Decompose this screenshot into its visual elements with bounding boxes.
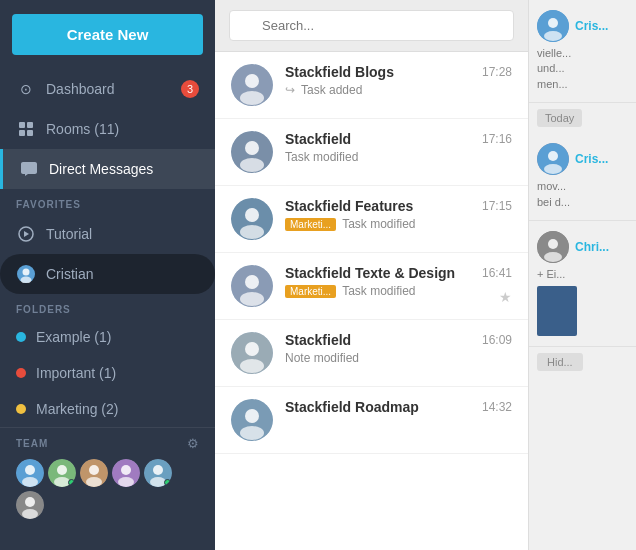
msg-avatar-4 <box>231 265 273 307</box>
svg-point-27 <box>245 74 259 88</box>
svg-point-6 <box>23 269 30 276</box>
message-item-5[interactable]: Stackfield 16:09 Note modified <box>215 320 528 387</box>
msg-title-2: Stackfield <box>285 131 351 147</box>
team-avatars <box>16 459 199 519</box>
search-input[interactable] <box>229 10 514 41</box>
svg-point-18 <box>121 465 131 475</box>
msg-sub-5: Note modified <box>285 351 512 365</box>
svg-point-33 <box>245 208 259 222</box>
hide-button-wrapper: Hid... <box>529 347 636 377</box>
message-item-2[interactable]: Stackfield 17:16 Task modified <box>215 119 528 186</box>
message-item-1[interactable]: Stackfield Blogs 17:28 ↪ Task added <box>215 52 528 119</box>
team-label: TEAM <box>16 438 48 449</box>
sidebar-item-important[interactable]: Important (1) <box>0 355 215 391</box>
sidebar-item-label: Tutorial <box>46 226 92 242</box>
svg-point-16 <box>86 477 102 487</box>
msg-title-4: Stackfield Texte & Design <box>285 265 455 281</box>
folder-dot-example <box>16 332 26 342</box>
team-avatar-1[interactable] <box>16 459 44 487</box>
msg-body-4: Stackfield Texte & Design 16:41 Marketi.… <box>285 265 512 298</box>
msg-body-3: Stackfield Features 17:15 Marketi... Tas… <box>285 198 512 231</box>
team-avatar-4[interactable] <box>112 459 140 487</box>
svg-point-49 <box>544 164 562 174</box>
svg-point-36 <box>245 275 259 289</box>
sidebar-item-direct-messages[interactable]: Direct Messages <box>0 149 215 189</box>
msg-avatar-2 <box>231 131 273 173</box>
msg-title-5: Stackfield <box>285 332 351 348</box>
svg-point-24 <box>25 497 35 507</box>
create-new-button[interactable]: Create New <box>12 14 203 55</box>
svg-point-31 <box>240 158 264 172</box>
right-item-header-2: Cris... <box>537 143 628 175</box>
team-settings-icon[interactable]: ⚙ <box>187 436 199 451</box>
svg-point-45 <box>548 18 558 28</box>
today-badge: Today <box>529 103 636 133</box>
right-name-2: Cris... <box>575 152 608 166</box>
message-item-4[interactable]: Stackfield Texte & Design 16:41 Marketi.… <box>215 253 528 320</box>
msg-avatar-6 <box>231 399 273 441</box>
svg-point-9 <box>25 465 35 475</box>
folder-dot-important <box>16 368 26 378</box>
svg-rect-3 <box>27 130 33 136</box>
sidebar-item-cristian[interactable]: Cristian <box>0 254 215 294</box>
messages-list: Stackfield Blogs 17:28 ↪ Task added Stac… <box>215 52 528 550</box>
message-item-3[interactable]: Stackfield Features 17:15 Marketi... Tas… <box>215 186 528 253</box>
right-avatar-3 <box>537 231 569 263</box>
team-avatar-6[interactable] <box>16 491 44 519</box>
msg-time-2: 17:16 <box>482 132 512 146</box>
right-panel-item-2: Cris... mov... bei d... <box>529 133 636 221</box>
sidebar-item-rooms[interactable]: Rooms (11) <box>0 109 215 149</box>
right-item-header-1: Cris... <box>537 10 628 42</box>
right-name-1: Cris... <box>575 19 608 33</box>
team-avatar-5[interactable] <box>144 459 172 487</box>
right-panel-item-1: Cris... vielle... und... men... <box>529 0 636 103</box>
msg-body-2: Stackfield 17:16 Task modified <box>285 131 512 164</box>
msg-avatar-5 <box>231 332 273 374</box>
hide-button[interactable]: Hid... <box>537 353 583 371</box>
msg-icon-task: ↪ <box>285 83 295 97</box>
svg-rect-0 <box>19 122 25 128</box>
msg-sub-1: ↪ Task added <box>285 83 512 97</box>
sidebar-item-tutorial[interactable]: Tutorial <box>0 214 215 254</box>
sidebar-item-label: Example (1) <box>36 329 111 345</box>
tutorial-icon <box>16 224 36 244</box>
msg-sub-2: Task modified <box>285 150 512 164</box>
svg-point-51 <box>548 239 558 249</box>
right-text-3a: + Ei... <box>537 267 628 282</box>
msg-title-3: Stackfield Features <box>285 198 413 214</box>
svg-point-46 <box>544 31 562 41</box>
right-avatar-1 <box>537 10 569 42</box>
msg-sub-text-1: Task added <box>301 83 362 97</box>
msg-body-5: Stackfield 16:09 Note modified <box>285 332 512 365</box>
svg-rect-1 <box>27 122 33 128</box>
search-wrapper: 🔍 <box>229 10 514 41</box>
msg-header-4: Stackfield Texte & Design 16:41 <box>285 265 512 281</box>
msg-time-4: 16:41 <box>482 266 512 280</box>
msg-time-1: 17:28 <box>482 65 512 79</box>
team-avatar-3[interactable] <box>80 459 108 487</box>
sidebar-item-label: Dashboard <box>46 81 115 97</box>
sidebar: Create New ⊙ Dashboard 3 Rooms (11) <box>0 0 215 550</box>
msg-sub-text-4: Task modified <box>342 284 415 298</box>
msg-sub-text-2: Task modified <box>285 150 358 164</box>
team-avatar-2[interactable] <box>48 459 76 487</box>
msg-title-6: Stackfield Roadmap <box>285 399 419 415</box>
msg-sub-text-5: Note modified <box>285 351 359 365</box>
sidebar-item-label: Rooms (11) <box>46 121 119 137</box>
svg-point-43 <box>240 426 264 440</box>
sidebar-item-example[interactable]: Example (1) <box>0 319 215 355</box>
msg-time-3: 17:15 <box>482 199 512 213</box>
today-label: Today <box>537 109 582 127</box>
msg-tag-3: Marketi... <box>285 218 336 231</box>
right-text-1a: vielle... <box>537 46 628 61</box>
svg-point-10 <box>22 477 38 487</box>
sidebar-nav: ⊙ Dashboard 3 Rooms (11) <box>0 69 215 550</box>
right-panel-item-3: Chri... + Ei... <box>529 221 636 347</box>
svg-point-28 <box>240 91 264 105</box>
sidebar-item-marketing[interactable]: Marketing (2) <box>0 391 215 427</box>
right-panel: Cris... vielle... und... men... Today Cr… <box>528 0 636 550</box>
message-item-6[interactable]: Stackfield Roadmap 14:32 <box>215 387 528 454</box>
sidebar-item-dashboard[interactable]: ⊙ Dashboard 3 <box>0 69 215 109</box>
svg-point-34 <box>240 225 264 239</box>
star-icon-4[interactable]: ★ <box>499 289 512 305</box>
